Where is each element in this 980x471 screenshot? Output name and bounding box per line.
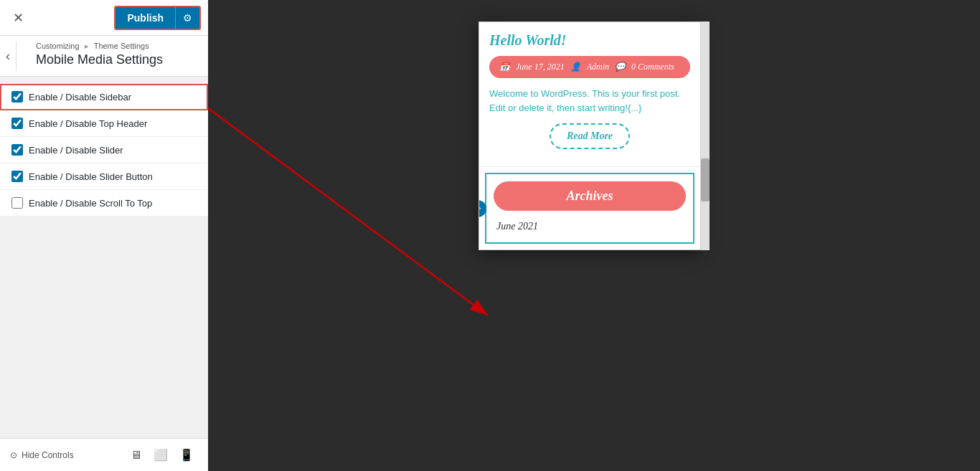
control-item-top-header: Enable / Disable Top Header — [0, 110, 208, 137]
checkbox-top-header[interactable] — [11, 118, 23, 129]
label-slider: Enable / Disable Slider — [29, 145, 123, 156]
tablet-view-button[interactable]: ⬜ — [149, 445, 172, 465]
breadcrumb-parent: Customizing — [36, 42, 80, 50]
breadcrumb-area: Customizing ▸ Theme Settings Mobile Medi… — [0, 36, 208, 77]
sidebar-panel: ✕ Publish ⚙ Customizing ▸ Theme Settings… — [0, 0, 208, 471]
mobile-view-button[interactable]: 📱 — [175, 445, 198, 465]
back-button-wrap: ‹ — [0, 42, 17, 71]
label-scroll-top: Enable / Disable Scroll To Top — [29, 198, 152, 209]
widget-title: Archives — [494, 181, 686, 211]
widget-month: June 2021 — [494, 218, 686, 235]
hide-controls-label: Hide Controls — [22, 450, 74, 460]
mobile-scrollbar-thumb — [701, 158, 710, 201]
publish-button[interactable]: Publish — [116, 7, 175, 29]
breadcrumb: Customizing ▸ Theme Settings — [36, 42, 198, 51]
mobile-frame[interactable]: Hello World! 📅 June 17, 2021 👤 Admin 💬 0… — [479, 22, 701, 250]
checkbox-sidebar[interactable] — [11, 91, 23, 103]
page-title: Mobile Media Settings — [36, 51, 198, 73]
breadcrumb-current: Theme Settings — [94, 42, 149, 50]
controls-list: Enable / Disable SidebarEnable / Disable… — [0, 77, 208, 438]
mobile-icon: 📱 — [179, 449, 194, 461]
post-card: Hello World! 📅 June 17, 2021 👤 Admin 💬 0… — [479, 22, 700, 167]
widget-relative-wrap: Archives June 2021 ✏ — [479, 173, 700, 244]
device-icons: 🖥 ⬜ 📱 — [126, 445, 198, 465]
control-item-slider: Enable / Disable Slider — [0, 137, 208, 163]
post-author: Admin — [587, 62, 609, 72]
control-item-scroll-top: Enable / Disable Scroll To Top — [0, 190, 208, 217]
user-icon: 👤 — [570, 62, 581, 72]
control-item-sidebar: Enable / Disable Sidebar — [0, 84, 208, 110]
read-more-button[interactable]: Read More — [550, 123, 630, 149]
publish-area: Publish ⚙ — [114, 6, 201, 30]
post-date: June 17, 2021 — [516, 62, 565, 72]
mobile-preview-wrapper: Hello World! 📅 June 17, 2021 👤 Admin 💬 0… — [479, 22, 710, 250]
gear-icon: ⚙ — [183, 12, 192, 24]
breadcrumb-separator: ▸ — [85, 42, 91, 50]
checkbox-slider[interactable] — [11, 144, 23, 156]
circle-icon: ⊙ — [10, 450, 17, 460]
svg-line-1 — [208, 108, 488, 315]
close-icon: ✕ — [13, 11, 24, 25]
comment-icon: 💬 — [615, 62, 626, 72]
preview-content: Hello World! 📅 June 17, 2021 👤 Admin 💬 0… — [479, 22, 700, 244]
label-slider-button: Enable / Disable Slider Button — [29, 171, 153, 182]
back-icon: ‹ — [6, 49, 10, 63]
desktop-icon: 🖥 — [131, 449, 142, 461]
post-title: Hello World! — [489, 32, 690, 49]
label-top-header: Enable / Disable Top Header — [29, 118, 147, 129]
close-button[interactable]: ✕ — [7, 7, 29, 29]
mobile-scrollbar — [701, 22, 710, 250]
sidebar-widget: Archives June 2021 — [485, 173, 694, 244]
publish-settings-button[interactable]: ⚙ — [175, 7, 199, 29]
preview-area: Hello World! 📅 June 17, 2021 👤 Admin 💬 0… — [208, 0, 980, 471]
post-excerpt: Welcome to WordPress. This is your first… — [489, 87, 690, 115]
back-button[interactable]: ‹ — [6, 49, 10, 64]
checkbox-scroll-top[interactable] — [11, 197, 23, 209]
hide-controls-button[interactable]: ⊙ Hide Controls — [10, 450, 74, 460]
top-bar: ✕ Publish ⚙ — [0, 0, 208, 36]
desktop-view-button[interactable]: 🖥 — [126, 445, 146, 465]
bottom-bar: ⊙ Hide Controls 🖥 ⬜ 📱 — [0, 438, 208, 471]
control-item-slider-button: Enable / Disable Slider Button — [0, 163, 208, 190]
checkbox-slider-button[interactable] — [11, 171, 23, 182]
label-sidebar: Enable / Disable Sidebar — [29, 92, 131, 103]
tablet-icon: ⬜ — [154, 449, 168, 461]
post-comments: 0 Comments — [631, 62, 674, 72]
post-meta-bar: 📅 June 17, 2021 👤 Admin 💬 0 Comments — [489, 56, 690, 78]
date-icon: 📅 — [499, 62, 510, 72]
